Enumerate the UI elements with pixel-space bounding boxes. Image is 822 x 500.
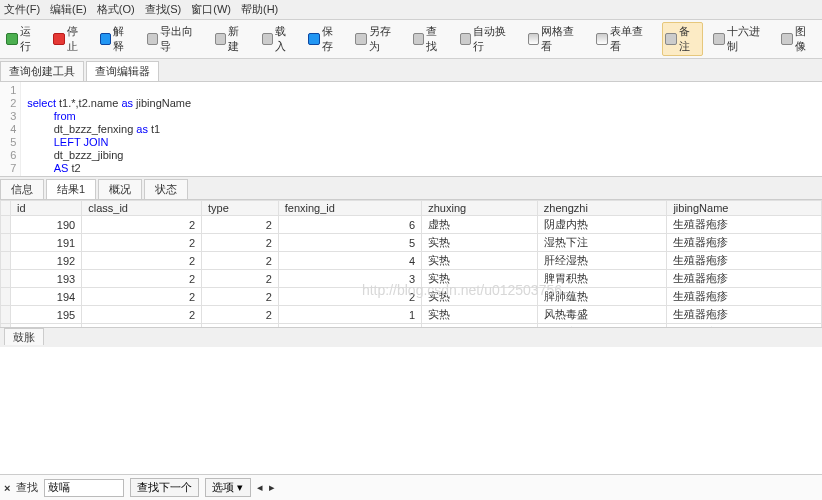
find-next-icon[interactable]: ▸ [269,481,275,494]
menu-item[interactable]: 格式(O) [97,2,135,17]
toolbar-label: 保存 [322,24,343,54]
editor-tab[interactable]: 查询编辑器 [86,61,159,81]
stop-icon [53,33,65,45]
menu-item[interactable]: 文件(F) [4,2,40,17]
save-button[interactable]: 保存 [306,23,345,55]
result-tab[interactable]: 结果1 [46,179,96,199]
result-tab[interactable]: 概况 [98,179,142,199]
column-header[interactable]: class_id [82,201,202,216]
toolbar-label: 表单查看 [610,24,653,54]
formview-button[interactable]: 表单查看 [594,23,654,55]
toolbar-label: 网格查看 [541,24,584,54]
table-row[interactable]: 191225实热湿热下注生殖器疱疹 [1,234,822,252]
save-icon [308,33,320,45]
result-grid-wrap: http://blog.csdn.net/u012503756 idclass_… [0,200,822,327]
menu-item[interactable]: 窗口(W) [191,2,231,17]
toolbar-label: 新建 [228,24,249,54]
table-row[interactable]: 196216后期邪毒瘀结尖锐湿疣 [1,324,822,328]
toolbar-label: 运行 [20,24,41,54]
find-next-button[interactable]: 查找下一个 [130,478,199,497]
result-tab[interactable]: 状态 [144,179,188,199]
load-icon [262,33,274,45]
load-button[interactable]: 载入 [260,23,299,55]
sql-editor[interactable]: 12345678910 select t1.*,t2.name as jibin… [0,82,822,177]
column-header[interactable]: id [11,201,82,216]
menu-item[interactable]: 帮助(H) [241,2,278,17]
saveas-icon [355,33,367,45]
hex-button[interactable]: 十六进制 [711,23,771,55]
toolbar-label: 导出向导 [160,24,203,54]
column-header[interactable]: type [202,201,279,216]
column-header[interactable]: zhuxing [422,201,538,216]
column-header[interactable]: jibingName [667,201,822,216]
menu-item[interactable]: 查找(S) [145,2,182,17]
note-icon [665,33,677,45]
toolbar-label: 载入 [275,24,296,54]
note-button[interactable]: 备注 [662,22,703,56]
formview-icon [596,33,608,45]
find-bar: × 查找 查找下一个 选项 ▾ ◂ ▸ [0,474,822,500]
new-button[interactable]: 新建 [213,23,252,55]
editor-gutter: 12345678910 [0,82,21,176]
stop-button[interactable]: 停止 [51,23,90,55]
toolbar: 运行停止解释导出向导新建载入保存另存为查找自动换行网格查看表单查看备注十六进制图… [0,20,822,59]
find-prev-icon[interactable]: ◂ [257,481,263,494]
toolbar-label: 备注 [679,24,700,54]
column-header[interactable]: zhengzhi [537,201,667,216]
toolbar-label: 解释 [113,24,134,54]
footer-tabstrip: 鼓胀 [0,327,822,347]
gridedit-icon [528,33,540,45]
image-icon [781,33,793,45]
table-row[interactable]: 193223实热脾胃积热生殖器疱疹 [1,270,822,288]
new-icon [215,33,227,45]
image-button[interactable]: 图像 [779,23,818,55]
toolbar-label: 图像 [795,24,816,54]
editor-tab[interactable]: 查询创建工具 [0,61,84,81]
editor-tabstrip: 查询创建工具查询编辑器 [0,59,822,82]
result-tabstrip: 信息结果1概况状态 [0,177,822,200]
explain-icon [100,33,112,45]
find-icon [413,33,425,45]
toolbar-label: 十六进制 [727,24,770,54]
column-header[interactable]: fenxing_id [278,201,421,216]
toolbar-label: 另存为 [369,24,401,54]
wizard-button[interactable]: 导出向导 [145,23,205,55]
find-label: 查找 [16,480,38,495]
result-tab[interactable]: 信息 [0,179,44,199]
menu-bar: 文件(F)编辑(E)格式(O)查找(S)窗口(W)帮助(H) [0,0,822,20]
table-row[interactable]: 190226虚热阴虚内热生殖器疱疹 [1,216,822,234]
toolbar-label: 查找 [426,24,447,54]
run-icon [6,33,18,45]
menu-item[interactable]: 编辑(E) [50,2,87,17]
close-icon[interactable]: × [4,482,10,494]
toolbar-label: 停止 [67,24,88,54]
toolbar-label: 自动换行 [473,24,516,54]
saveas-button[interactable]: 另存为 [353,23,403,55]
hex-icon [713,33,725,45]
autowrap-button[interactable]: 自动换行 [458,23,518,55]
footer-tab[interactable]: 鼓胀 [4,328,44,345]
editor-code[interactable]: select t1.*,t2.name as jibingName from d… [21,82,291,176]
autowrap-icon [460,33,472,45]
find-input[interactable] [44,479,124,497]
result-grid[interactable]: idclass_idtypefenxing_idzhuxingzhengzhij… [0,200,822,327]
gridedit-button[interactable]: 网格查看 [526,23,586,55]
find-button[interactable]: 查找 [411,23,450,55]
table-row[interactable]: 192224实热肝经湿热生殖器疱疹 [1,252,822,270]
table-row[interactable]: 194222实热脾肺蕴热生殖器疱疹 [1,288,822,306]
wizard-icon [147,33,159,45]
run-button[interactable]: 运行 [4,23,43,55]
explain-button[interactable]: 解释 [98,23,137,55]
table-row[interactable]: 195221实热风热毒盛生殖器疱疹 [1,306,822,324]
find-options-button[interactable]: 选项 ▾ [205,478,250,497]
